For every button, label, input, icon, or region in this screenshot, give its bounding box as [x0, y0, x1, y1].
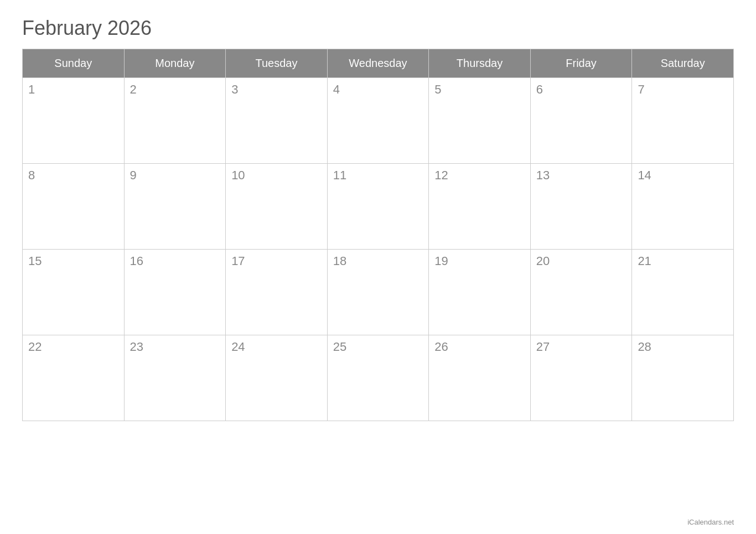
- day-number-21: 21: [638, 254, 651, 268]
- day-number-9: 9: [130, 168, 137, 182]
- weekday-header-thursday: Thursday: [429, 49, 531, 78]
- day-number-11: 11: [333, 168, 346, 182]
- day-number-3: 3: [231, 82, 238, 96]
- week-row-1: 1234567: [23, 78, 734, 164]
- day-cell-26[interactable]: 26: [429, 335, 531, 421]
- week-row-2: 891011121314: [23, 164, 734, 250]
- day-number-7: 7: [638, 82, 644, 96]
- day-cell-11[interactable]: 11: [327, 164, 429, 250]
- day-cell-17[interactable]: 17: [226, 250, 328, 335]
- day-cell-4[interactable]: 4: [327, 78, 429, 164]
- weekday-header-tuesday: Tuesday: [226, 49, 328, 78]
- day-cell-16[interactable]: 16: [124, 250, 226, 335]
- day-cell-22[interactable]: 22: [23, 335, 125, 421]
- day-cell-21[interactable]: 21: [632, 250, 734, 335]
- weekday-header-saturday: Saturday: [632, 49, 734, 78]
- day-cell-2[interactable]: 2: [124, 78, 226, 164]
- day-number-10: 10: [231, 168, 245, 182]
- day-cell-25[interactable]: 25: [327, 335, 429, 421]
- day-cell-7[interactable]: 7: [632, 78, 734, 164]
- day-number-18: 18: [333, 254, 346, 268]
- day-number-24: 24: [231, 340, 245, 354]
- day-cell-18[interactable]: 18: [327, 250, 429, 335]
- day-number-22: 22: [28, 340, 42, 354]
- day-number-16: 16: [130, 254, 143, 268]
- day-number-23: 23: [130, 340, 143, 354]
- week-row-4: 22232425262728: [23, 335, 734, 421]
- weekday-header-friday: Friday: [530, 49, 632, 78]
- weekday-header-row: SundayMondayTuesdayWednesdayThursdayFrid…: [23, 49, 734, 78]
- day-number-15: 15: [28, 254, 42, 268]
- day-cell-10[interactable]: 10: [226, 164, 328, 250]
- day-cell-13[interactable]: 13: [530, 164, 632, 250]
- day-cell-23[interactable]: 23: [124, 335, 226, 421]
- day-number-4: 4: [333, 82, 340, 96]
- week-row-3: 15161718192021: [23, 250, 734, 335]
- weekday-header-wednesday: Wednesday: [327, 49, 429, 78]
- day-number-5: 5: [434, 82, 441, 96]
- watermark: iCalendars.net: [687, 518, 734, 526]
- day-cell-24[interactable]: 24: [226, 335, 328, 421]
- day-cell-3[interactable]: 3: [226, 78, 328, 164]
- day-cell-8[interactable]: 8: [23, 164, 125, 250]
- day-number-19: 19: [434, 254, 448, 268]
- day-cell-6[interactable]: 6: [530, 78, 632, 164]
- day-number-17: 17: [231, 254, 245, 268]
- weekday-header-sunday: Sunday: [23, 49, 125, 78]
- day-cell-20[interactable]: 20: [530, 250, 632, 335]
- day-cell-28[interactable]: 28: [632, 335, 734, 421]
- day-number-28: 28: [638, 340, 651, 354]
- day-cell-27[interactable]: 27: [530, 335, 632, 421]
- day-cell-5[interactable]: 5: [429, 78, 531, 164]
- weekday-header-monday: Monday: [124, 49, 226, 78]
- day-number-27: 27: [536, 340, 550, 354]
- day-cell-1[interactable]: 1: [23, 78, 125, 164]
- day-number-25: 25: [333, 340, 346, 354]
- day-cell-12[interactable]: 12: [429, 164, 531, 250]
- day-number-2: 2: [130, 82, 137, 96]
- day-number-26: 26: [434, 340, 448, 354]
- day-cell-9[interactable]: 9: [124, 164, 226, 250]
- day-number-6: 6: [536, 82, 543, 96]
- day-number-1: 1: [28, 82, 35, 96]
- day-number-12: 12: [434, 168, 448, 182]
- day-number-13: 13: [536, 168, 550, 182]
- day-cell-14[interactable]: 14: [632, 164, 734, 250]
- day-number-20: 20: [536, 254, 550, 268]
- day-cell-15[interactable]: 15: [23, 250, 125, 335]
- day-number-8: 8: [28, 168, 35, 182]
- calendar-table: SundayMondayTuesdayWednesdayThursdayFrid…: [22, 49, 734, 421]
- day-number-14: 14: [638, 168, 651, 182]
- page-title: February 2026: [22, 17, 734, 40]
- day-cell-19[interactable]: 19: [429, 250, 531, 335]
